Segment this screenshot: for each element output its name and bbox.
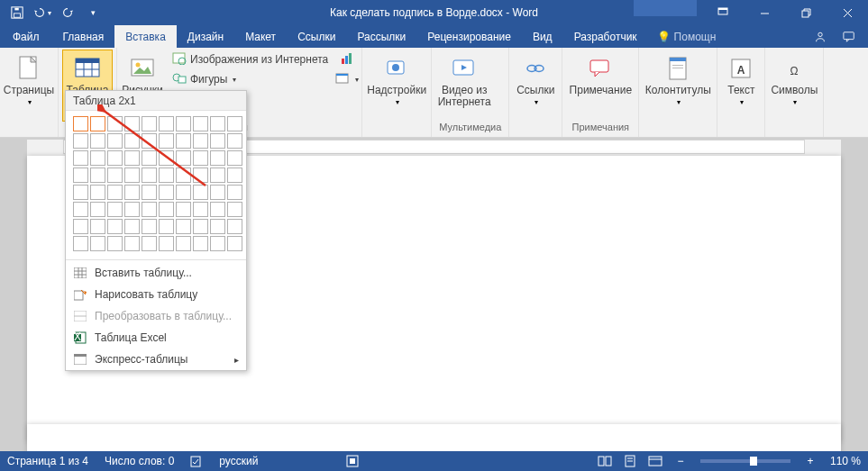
- grid-cell[interactable]: [73, 236, 88, 251]
- web-layout-icon[interactable]: [643, 451, 668, 471]
- grid-cell[interactable]: [142, 133, 157, 149]
- tab-design[interactable]: Дизайн: [177, 25, 234, 48]
- symbols-button[interactable]: Ω Символы ▾: [769, 50, 819, 122]
- online-video-button[interactable]: Видео из Интернета: [435, 50, 493, 122]
- redo-icon[interactable]: [56, 2, 79, 23]
- shapes-button[interactable]: Фигуры▾: [166, 69, 334, 89]
- grid-cell[interactable]: [210, 150, 225, 166]
- comment-button[interactable]: Примечание: [566, 50, 635, 122]
- grid-cell[interactable]: [227, 236, 242, 251]
- grid-cell[interactable]: [124, 202, 140, 217]
- grid-cell[interactable]: [142, 202, 157, 217]
- grid-cell[interactable]: [193, 133, 208, 149]
- grid-cell[interactable]: [142, 168, 157, 183]
- excel-table-item[interactable]: XТаблица Excel: [66, 327, 246, 349]
- grid-cell[interactable]: [193, 202, 208, 217]
- quick-tables-item[interactable]: Экспресс-таблицы▸: [66, 349, 246, 370]
- tab-mailings[interactable]: Рассылки: [346, 25, 416, 48]
- tab-view[interactable]: Вид: [522, 25, 563, 48]
- grid-cell[interactable]: [210, 168, 225, 183]
- grid-cell[interactable]: [176, 116, 191, 131]
- grid-cell[interactable]: [107, 150, 123, 166]
- grid-cell[interactable]: [90, 236, 105, 251]
- zoom-level[interactable]: 110 %: [823, 451, 868, 471]
- grid-cell[interactable]: [90, 185, 105, 200]
- minimize-icon[interactable]: [744, 0, 785, 25]
- grid-cell[interactable]: [176, 133, 191, 149]
- screenshot-button[interactable]: ▾: [336, 69, 358, 89]
- grid-cell[interactable]: [142, 116, 157, 131]
- grid-cell[interactable]: [107, 116, 123, 131]
- comments-pane-button[interactable]: [836, 25, 863, 48]
- online-pictures-button[interactable]: Изображения из Интернета: [166, 50, 334, 69]
- status-page[interactable]: Страница 1 из 4: [0, 451, 96, 471]
- grid-cell[interactable]: [73, 168, 88, 183]
- grid-cell[interactable]: [107, 219, 123, 234]
- grid-cell[interactable]: [210, 202, 225, 217]
- zoom-in-icon[interactable]: +: [798, 451, 823, 471]
- grid-cell[interactable]: [159, 168, 174, 183]
- table-size-grid[interactable]: [73, 116, 239, 252]
- status-words[interactable]: Число слов: 0: [97, 451, 181, 471]
- grid-cell[interactable]: [73, 202, 88, 217]
- grid-cell[interactable]: [227, 202, 242, 217]
- tab-layout[interactable]: Макет: [234, 25, 287, 48]
- grid-cell[interactable]: [90, 168, 105, 183]
- status-macro[interactable]: [339, 451, 366, 471]
- close-icon[interactable]: [827, 0, 868, 25]
- tell-me[interactable]: 💡Помощн: [648, 25, 726, 48]
- grid-cell[interactable]: [210, 219, 225, 234]
- tab-file[interactable]: Файл: [0, 25, 52, 48]
- grid-cell[interactable]: [124, 185, 140, 200]
- grid-cell[interactable]: [210, 116, 225, 131]
- grid-cell[interactable]: [107, 133, 123, 149]
- text-button[interactable]: A Текст ▾: [721, 50, 761, 122]
- grid-cell[interactable]: [142, 219, 157, 234]
- grid-cell[interactable]: [193, 150, 208, 166]
- qat-customize-icon[interactable]: ▾: [81, 2, 105, 23]
- grid-cell[interactable]: [124, 133, 140, 149]
- grid-cell[interactable]: [159, 133, 174, 149]
- grid-cell[interactable]: [73, 219, 88, 234]
- zoom-slider[interactable]: [700, 459, 790, 463]
- print-layout-icon[interactable]: [617, 451, 643, 471]
- grid-cell[interactable]: [193, 116, 208, 131]
- read-mode-icon[interactable]: [592, 451, 617, 471]
- header-footer-button[interactable]: Колонтитулы ▾: [643, 50, 713, 122]
- grid-cell[interactable]: [193, 236, 208, 251]
- grid-cell[interactable]: [90, 150, 105, 166]
- zoom-out-icon[interactable]: −: [668, 451, 693, 471]
- grid-cell[interactable]: [227, 116, 242, 131]
- addins-button[interactable]: Надстройки ▾: [366, 50, 427, 122]
- undo-icon[interactable]: ▾: [31, 2, 54, 23]
- grid-cell[interactable]: [159, 150, 174, 166]
- grid-cell[interactable]: [159, 116, 174, 131]
- grid-cell[interactable]: [124, 219, 140, 234]
- tab-insert[interactable]: Вставка: [114, 25, 177, 48]
- grid-cell[interactable]: [124, 236, 140, 251]
- grid-cell[interactable]: [176, 150, 191, 166]
- save-icon[interactable]: [5, 2, 29, 23]
- grid-cell[interactable]: [73, 150, 88, 166]
- grid-cell[interactable]: [142, 236, 157, 251]
- tab-home[interactable]: Главная: [52, 25, 115, 48]
- grid-cell[interactable]: [210, 133, 225, 149]
- grid-cell[interactable]: [159, 236, 174, 251]
- draw-table-item[interactable]: Нарисовать таблицу: [66, 284, 246, 305]
- grid-cell[interactable]: [142, 150, 157, 166]
- grid-cell[interactable]: [193, 185, 208, 200]
- links-button[interactable]: Ссылки ▾: [513, 50, 558, 122]
- insert-table-item[interactable]: Вставить таблицу...: [66, 262, 246, 284]
- grid-cell[interactable]: [176, 202, 191, 217]
- grid-cell[interactable]: [227, 219, 242, 234]
- grid-cell[interactable]: [159, 185, 174, 200]
- chart-button[interactable]: [336, 50, 358, 69]
- grid-cell[interactable]: [159, 219, 174, 234]
- grid-cell[interactable]: [124, 116, 140, 131]
- grid-cell[interactable]: [107, 236, 123, 251]
- restore-icon[interactable]: [785, 0, 827, 25]
- grid-cell[interactable]: [124, 168, 140, 183]
- grid-cell[interactable]: [107, 185, 123, 200]
- ribbon-options-icon[interactable]: [702, 0, 744, 25]
- grid-cell[interactable]: [73, 185, 88, 200]
